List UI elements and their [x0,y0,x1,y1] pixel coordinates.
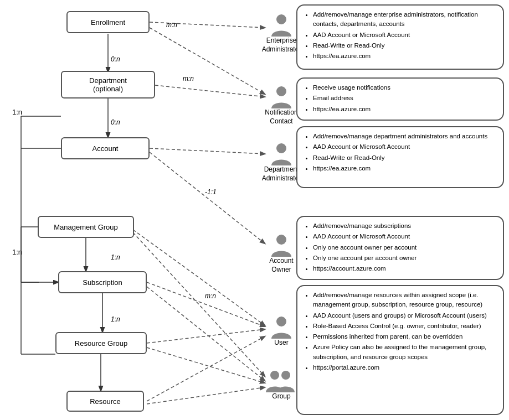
box-resource: Resource [66,391,144,412]
svg-line-21 [147,287,265,381]
svg-line-20 [147,336,265,401]
diagram-container: Enrollment Department (optional) Account… [0,0,509,420]
svg-line-24 [133,230,265,325]
label-1n-top: 1:n [12,108,22,116]
svg-line-19 [147,329,265,343]
svg-line-22 [147,348,265,383]
box-enrollment: Enrollment [66,11,150,33]
panel-account-owner-list: Add/remove/manage subscriptions AAD Acco… [304,221,496,273]
arrow-label-1n-3: 1:n [111,253,120,261]
svg-point-32 [281,371,290,380]
panel-user-group: Add/remove/manage resources within assig… [296,285,504,415]
label-1n-bottom: 1:n [12,248,22,256]
arrow-label-0n-1: 0:n [111,55,120,63]
svg-line-15 [150,28,265,94]
arrow-label-mn-1: m:n [166,21,177,29]
box-department: Department (optional) [61,71,155,98]
panel-enterprise-admin: Add/remove/manage enterprise administrat… [296,4,504,70]
svg-line-23 [147,387,265,404]
svg-point-27 [276,86,286,96]
svg-point-30 [276,317,286,326]
svg-line-25 [133,232,265,376]
box-account: Account [61,137,150,159]
svg-point-29 [276,235,286,245]
box-management-group: Management Group [38,216,134,238]
box-resource-group: Resource Group [55,332,147,354]
svg-point-26 [276,14,286,24]
box-subscription: Subscription [58,271,147,293]
arrow-label-1n-4: 1:n [111,315,120,323]
arrow-label-mn-2: m:n [183,75,194,82]
svg-point-28 [276,143,286,153]
panel-enterprise-admin-list: Add/remove/manage enterprise administrat… [304,10,496,61]
arrow-label-1-1: -1:1 [205,188,217,196]
panel-notification-list: Receive usage notifications Email addres… [304,83,496,114]
panel-account-owner: Add/remove/manage subscriptions AAD Acco… [296,216,504,280]
svg-line-16 [150,148,265,154]
panel-user-group-list: Add/remove/manage resources within assig… [304,291,496,372]
arrow-label-0n-2: 0:n [111,118,120,126]
arrow-label-mn-5: m:n [205,292,216,300]
svg-point-31 [270,371,279,380]
panel-dept-admin-list: Add/remove/manage department administrat… [304,132,496,173]
svg-line-18 [147,282,265,326]
panel-dept-admin: Add/remove/manage department administrat… [296,126,504,188]
svg-line-17 [150,152,265,243]
svg-line-14 [155,85,265,97]
panel-notification-contact: Receive usage notifications Email addres… [296,77,504,121]
